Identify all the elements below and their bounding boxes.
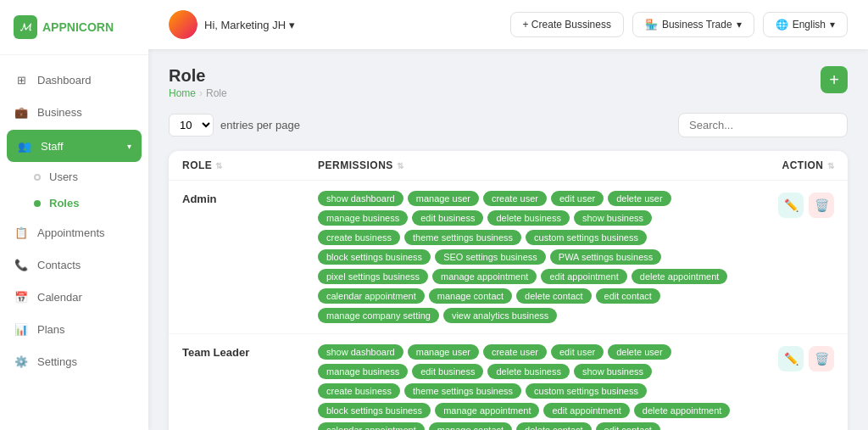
sidebar-item-label: Business: [37, 106, 82, 119]
sidebar-item-label: Settings: [37, 355, 77, 368]
permission-tag: delete user: [608, 191, 670, 206]
permission-tag: manage business: [318, 364, 408, 379]
globe-icon: 🌐: [776, 19, 788, 31]
calendar-check-icon: 📋: [14, 225, 29, 240]
action-buttons: ✏️ 🗑️: [732, 189, 834, 218]
page-title: Role: [169, 66, 227, 86]
permission-tag: show business: [574, 364, 652, 379]
permission-tag: calendar appointment: [318, 288, 425, 304]
create-business-label: + Create Bussiness: [523, 19, 611, 31]
permission-tag: edit user: [551, 191, 604, 206]
table-row: Admin show dashboardmanage usercreate us…: [169, 181, 848, 334]
sidebar: 𝓜 APPNICORN ⊞ Dashboard 💼 Business 👥 Sta…: [0, 0, 148, 430]
grid-icon: ⊞: [14, 72, 29, 87]
breadcrumb-home[interactable]: Home: [169, 87, 196, 99]
sidebar-item-dashboard[interactable]: ⊞ Dashboard: [0, 64, 148, 96]
permission-tag: manage appointment: [432, 269, 537, 284]
store-icon: 🏪: [645, 19, 658, 31]
sidebar-sub-label: Roles: [49, 197, 79, 209]
dot-icon: [34, 200, 41, 207]
briefcase-icon: 💼: [14, 104, 29, 120]
dot-icon: [34, 174, 41, 181]
edit-button[interactable]: ✏️: [778, 346, 804, 371]
permission-tag: delete user: [608, 344, 670, 360]
breadcrumb-current: Role: [206, 87, 227, 99]
sidebar-item-staff[interactable]: 👥 Staff ▾: [7, 130, 142, 162]
permission-tag: create business: [318, 230, 400, 245]
avatar-image: [169, 10, 198, 39]
permission-tag: calendar appointment: [318, 422, 425, 430]
chevron-down-icon: ▾: [737, 19, 742, 31]
logo-nicorn: NICORN: [67, 20, 114, 34]
permission-tag: delete appointment: [632, 269, 728, 284]
sidebar-item-label: Staff: [41, 140, 64, 153]
add-role-button[interactable]: +: [821, 66, 848, 93]
role-name: Team Leader: [182, 343, 318, 359]
permission-tag: view analytics business: [443, 308, 557, 323]
permission-tag: show dashboard: [318, 344, 403, 360]
sidebar-item-roles[interactable]: Roles: [0, 190, 148, 216]
permission-tag: delete business: [487, 364, 569, 379]
delete-button[interactable]: 🗑️: [809, 346, 834, 371]
logo-area: 𝓜 APPNICORN: [0, 0, 148, 55]
permission-tag: show business: [574, 210, 652, 226]
sidebar-item-business[interactable]: 💼 Business: [0, 96, 148, 128]
sidebar-item-contacts[interactable]: 📞 Contacts: [0, 249, 148, 281]
greeting-text: Hi, Marketing JH ▾: [204, 19, 295, 31]
permission-tag: manage business: [318, 210, 408, 226]
permissions-tags: show dashboardmanage usercreate useredit…: [318, 189, 732, 325]
permission-tag: delete appointment: [634, 403, 731, 418]
business-trade-label: Business Trade: [662, 19, 732, 31]
sidebar-item-label: Calendar: [37, 291, 82, 304]
language-label: English: [793, 19, 826, 31]
greeting-label: Hi, Marketing JH: [204, 19, 286, 31]
chevron-down-icon: ▾: [127, 142, 131, 151]
entries-control: 10 25 50 entries per page: [169, 114, 300, 137]
sidebar-item-appointments[interactable]: 📋 Appointments: [0, 216, 148, 249]
sidebar-nav: ⊞ Dashboard 💼 Business 👥 Staff ▾ Users R…: [0, 55, 148, 430]
sidebar-item-settings[interactable]: ⚙️ Settings: [0, 345, 148, 377]
sidebar-item-plans[interactable]: 📊 Plans: [0, 313, 148, 345]
permission-tag: delete contact: [516, 288, 592, 304]
language-button[interactable]: 🌐 English ▾: [763, 12, 848, 37]
permission-tag: theme settings business: [404, 383, 521, 399]
sort-icon[interactable]: ⇅: [827, 161, 835, 170]
roles-table: ROLE ⇅ PERMISSIONS ⇅ ACTION ⇅ Admin show…: [169, 151, 848, 430]
sidebar-item-calendar[interactable]: 📅 Calendar: [0, 281, 148, 313]
permission-tag: create business: [318, 383, 400, 399]
action-column-header: ACTION ⇅: [732, 159, 834, 171]
avatar: [169, 10, 198, 39]
table-row: Team Leader show dashboardmanage usercre…: [169, 334, 848, 430]
phone-icon: 📞: [14, 257, 29, 272]
permission-tag: manage company setting: [318, 308, 439, 323]
sidebar-item-users[interactable]: Users: [0, 164, 148, 190]
sort-icon[interactable]: ⇅: [215, 161, 223, 170]
business-trade-button[interactable]: 🏪 Business Trade ▾: [632, 12, 754, 37]
permission-tag: block settings business: [318, 403, 431, 418]
permission-tag: PWA settings business: [550, 249, 661, 265]
logo-text: APPNICORN: [42, 20, 114, 34]
breadcrumb-separator: ›: [199, 87, 203, 99]
permission-tag: manage user: [408, 344, 479, 360]
permission-tag: edit contact: [596, 422, 660, 430]
layers-icon: 📊: [14, 321, 29, 337]
permission-tag: edit appointment: [543, 403, 629, 418]
permission-tag: manage contact: [429, 422, 512, 430]
delete-button[interactable]: 🗑️: [809, 193, 834, 218]
permission-tag: theme settings business: [404, 230, 521, 245]
search-input[interactable]: [678, 113, 848, 137]
create-business-button[interactable]: + Create Bussiness: [510, 12, 624, 37]
edit-button[interactable]: ✏️: [778, 193, 804, 218]
entries-per-page-select[interactable]: 10 25 50: [169, 114, 214, 137]
permission-tag: manage appointment: [435, 403, 539, 418]
permission-tag: custom settings business: [526, 383, 647, 399]
settings-icon: ⚙️: [14, 354, 29, 369]
role-header-label: ROLE: [182, 159, 212, 171]
user-greeting[interactable]: Hi, Marketing JH ▾: [169, 10, 500, 39]
entries-label: entries per page: [220, 119, 300, 131]
logo-icon: 𝓜: [14, 15, 37, 39]
permission-tag: delete contact: [516, 422, 592, 430]
sort-icon[interactable]: ⇅: [397, 161, 404, 170]
topbar-actions: + Create Bussiness 🏪 Business Trade ▾ 🌐 …: [510, 12, 848, 37]
permission-tag: create user: [483, 344, 547, 360]
